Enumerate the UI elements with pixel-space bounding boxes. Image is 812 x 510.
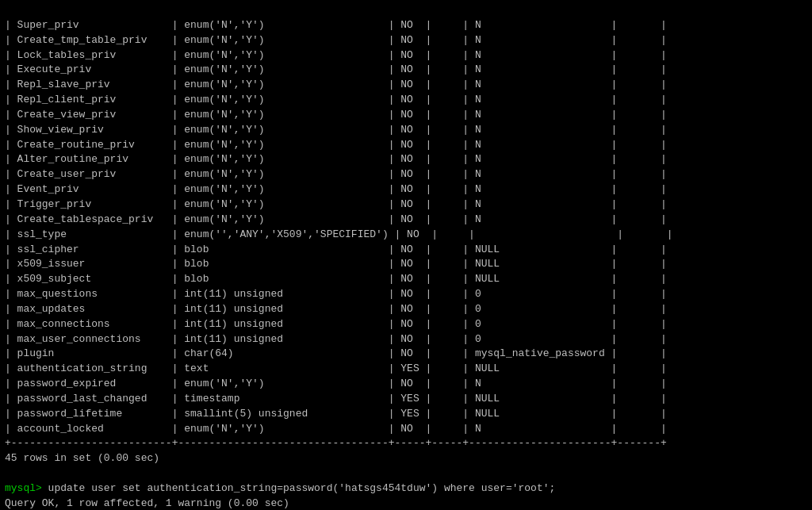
update-command-line: mysql> update user set authentication_st… bbox=[5, 482, 555, 494]
terminal-window: | Super_priv | enum('N','Y') | NO | | N … bbox=[0, 0, 812, 510]
table-content: | Super_priv | enum('N','Y') | NO | | N … bbox=[5, 19, 673, 450]
query-result-1: Query OK, 1 row affected, 1 warning (0.0… bbox=[5, 497, 289, 509]
row-count: 45 rows in set (0.00 sec) bbox=[5, 452, 159, 464]
